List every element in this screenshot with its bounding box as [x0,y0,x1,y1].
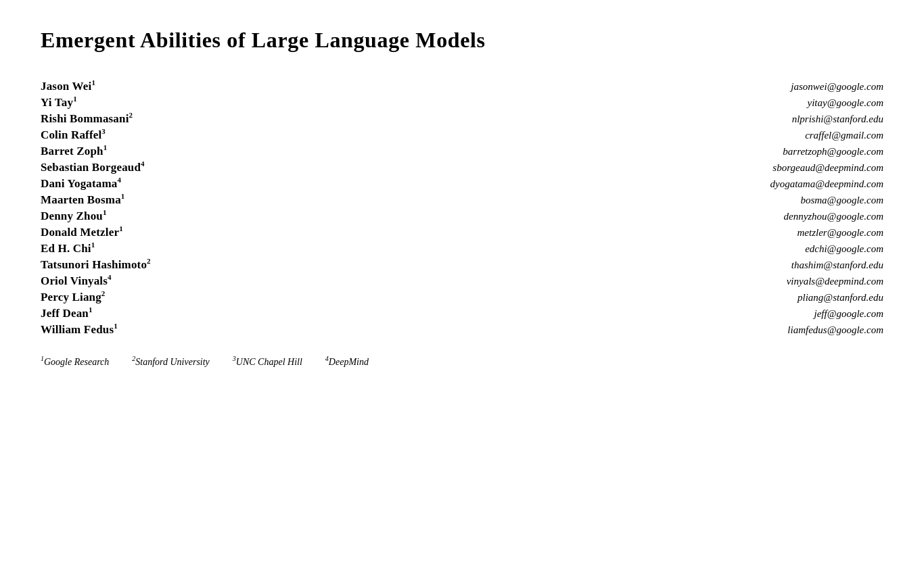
author-affiliation-sup: 2 [101,290,106,298]
author-email: bosma@google.com [800,195,883,206]
author-email: liamfedus@google.com [787,324,883,336]
author-name: Jeff Dean1 [41,307,93,320]
author-row: Oriol Vinyals4vinyals@deepmind.com [41,274,883,288]
author-email: dennyzhou@google.com [783,211,883,222]
author-name: Maarten Bosma1 [41,193,125,207]
affiliation-item: 3UNC Chapel Hill [233,357,302,367]
author-row: Ed H. Chi1edchi@google.com [41,242,883,255]
paper-title: Emergent Abilities of Large Language Mod… [41,27,883,53]
affiliation-sup: 3 [233,356,236,363]
author-name: William Fedus1 [41,323,118,337]
author-affiliation-sup: 1 [73,95,77,103]
author-affiliation-sup: 4 [108,274,112,282]
author-name: Tatsunori Hashimoto2 [41,258,151,272]
author-email: yitay@google.com [807,97,883,109]
affiliation-sup: 4 [325,356,329,363]
author-name: Sebastian Borgeaud4 [41,161,145,174]
author-row: Tatsunori Hashimoto2thashim@stanford.edu [41,258,883,272]
author-row: Jason Wei1jasonwei@google.com [41,80,883,93]
authors-section: Jason Wei1jasonwei@google.comYi Tay1yita… [41,80,883,337]
author-name: Percy Liang2 [41,291,106,304]
author-name: Barret Zoph1 [41,145,107,158]
author-name: Yi Tay1 [41,96,77,109]
author-name: Dani Yogatama4 [41,177,121,191]
affiliations: 1Google Research 2Stanford University 3U… [41,357,883,368]
author-affiliation-sup: 1 [114,322,118,331]
author-email: metzler@google.com [797,227,883,239]
affiliation-item: 1Google Research [41,357,109,367]
author-email: barretzoph@google.com [783,146,883,157]
affiliation-sup: 1 [41,356,44,363]
author-affiliation-sup: 1 [91,79,95,87]
author-affiliation-sup: 2 [129,112,133,120]
author-row: William Fedus1liamfedus@google.com [41,323,883,337]
author-email: thashim@stanford.edu [791,260,883,271]
author-email: edchi@google.com [805,243,883,255]
author-row: Dani Yogatama4dyogatama@deepmind.com [41,177,883,191]
author-email: craffel@gmail.com [805,130,883,141]
author-email: jeff@google.com [814,308,883,320]
author-name: Oriol Vinyals4 [41,274,112,288]
affiliation-item: 4DeepMind [325,357,369,367]
author-affiliation-sup: 1 [119,225,123,233]
author-email: pliang@stanford.edu [798,292,883,303]
author-name: Rishi Bommasani2 [41,112,133,126]
author-row: Yi Tay1yitay@google.com [41,96,883,109]
author-row: Colin Raffel3craffel@gmail.com [41,128,883,142]
affiliation-item: 2Stanford University [132,357,210,367]
author-row: Maarten Bosma1bosma@google.com [41,193,883,207]
author-name: Ed H. Chi1 [41,242,95,255]
page-container: Emergent Abilities of Large Language Mod… [41,27,883,368]
author-email: sborgeaud@deepmind.com [772,162,883,174]
author-affiliation-sup: 1 [91,241,95,249]
author-name: Jason Wei1 [41,80,95,93]
author-affiliation-sup: 1 [103,209,107,217]
author-row: Percy Liang2pliang@stanford.edu [41,291,883,304]
author-affiliation-sup: 1 [103,144,108,152]
author-name: Colin Raffel3 [41,128,106,142]
author-name: Denny Zhou1 [41,210,107,223]
author-affiliation-sup: 4 [141,160,145,168]
author-email: dyogatama@deepmind.com [770,178,883,190]
author-row: Donald Metzler1metzler@google.com [41,226,883,239]
author-email: nlprishi@stanford.edu [792,114,883,125]
author-affiliation-sup: 1 [121,193,125,201]
author-email: jasonwei@google.com [791,81,883,93]
author-name: Donald Metzler1 [41,226,123,239]
author-row: Sebastian Borgeaud4sborgeaud@deepmind.co… [41,161,883,174]
author-row: Barret Zoph1barretzoph@google.com [41,145,883,158]
affiliation-sup: 2 [132,356,135,363]
author-row: Jeff Dean1jeff@google.com [41,307,883,320]
author-email: vinyals@deepmind.com [787,276,883,287]
author-row: Rishi Bommasani2nlprishi@stanford.edu [41,112,883,126]
author-row: Denny Zhou1dennyzhou@google.com [41,210,883,223]
author-affiliation-sup: 2 [147,258,151,266]
author-affiliation-sup: 3 [101,128,106,136]
author-affiliation-sup: 4 [118,176,122,185]
author-affiliation-sup: 1 [89,306,93,314]
